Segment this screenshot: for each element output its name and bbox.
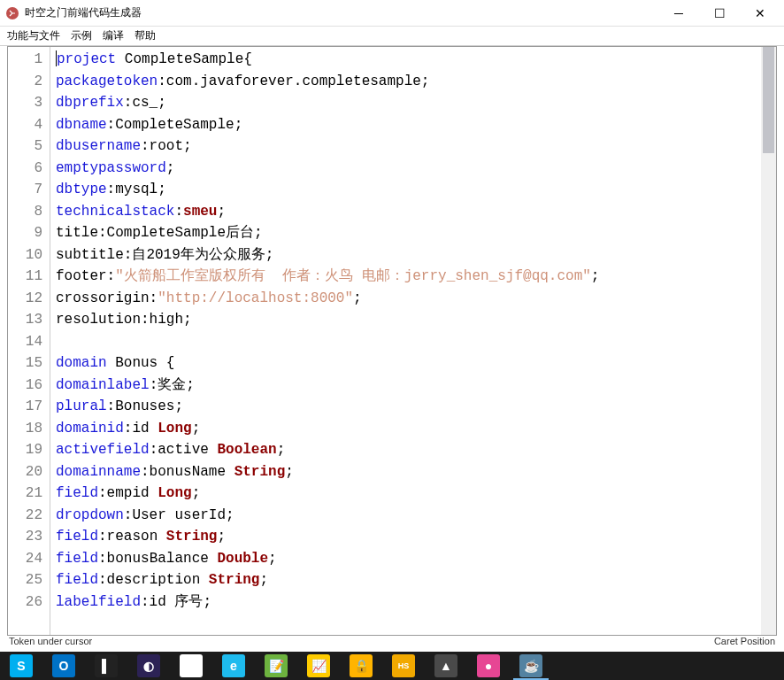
photo-icon: ▲ bbox=[434, 654, 457, 677]
code-token: String bbox=[166, 529, 218, 545]
menu-sample[interactable]: 示例 bbox=[65, 27, 97, 45]
code-token: :CompleteSample; bbox=[107, 117, 243, 133]
code-token: :com.javaforever.completesample; bbox=[158, 73, 429, 89]
code-token: field bbox=[56, 529, 98, 545]
code-token: ; bbox=[353, 290, 362, 306]
code-area[interactable]: project CompleteSample{packagetoken:com.… bbox=[50, 47, 761, 635]
code-line[interactable]: labelfield:id 序号; bbox=[56, 591, 756, 614]
code-line[interactable]: plural:Bonuses; bbox=[56, 396, 756, 418]
code-token: "火箭船工作室版权所有 作者：火鸟 电邮：jerry_shen_sjf@qq.c… bbox=[115, 268, 591, 284]
code-line[interactable]: field:description String; bbox=[56, 569, 756, 591]
code-line[interactable]: subtitle:自2019年为公众服务; bbox=[56, 244, 756, 267]
code-token: String bbox=[234, 464, 286, 480]
code-line[interactable]: emptypassword; bbox=[56, 158, 756, 180]
chart-icon: 📈 bbox=[307, 654, 330, 677]
code-editor[interactable]: 1234567891011121314151617181920212223242… bbox=[7, 46, 777, 636]
code-token: field bbox=[56, 551, 98, 567]
code-token: project bbox=[57, 51, 116, 67]
menu-file[interactable]: 功能与文件 bbox=[2, 27, 65, 45]
code-line[interactable] bbox=[56, 331, 756, 353]
vertical-scrollbar[interactable] bbox=[761, 47, 776, 635]
line-number: 20 bbox=[8, 461, 50, 483]
line-number: 17 bbox=[8, 396, 50, 418]
code-token: :bonusName bbox=[141, 464, 234, 480]
code-line[interactable]: domainlabel:奖金; bbox=[56, 375, 756, 397]
taskbar-outlook-icon[interactable]: O bbox=[42, 652, 85, 680]
code-token: ; bbox=[277, 442, 286, 458]
window-title: 时空之门前端代码生成器 bbox=[25, 5, 658, 20]
line-number: 2 bbox=[8, 71, 50, 93]
code-token: smeu bbox=[183, 204, 217, 220]
menu-help[interactable]: 帮助 bbox=[129, 27, 161, 45]
taskbar-terminal-icon[interactable]: ▌ bbox=[85, 652, 127, 680]
code-token: : bbox=[174, 204, 183, 220]
code-line[interactable]: dbusername:root; bbox=[56, 135, 756, 158]
code-line[interactable]: domainname:bonusName String; bbox=[56, 461, 756, 483]
line-number: 3 bbox=[8, 92, 50, 114]
code-line[interactable]: project CompleteSample{ bbox=[56, 49, 756, 71]
taskbar-photo-icon[interactable]: ▲ bbox=[425, 652, 467, 680]
code-line[interactable]: dbprefix:cs_; bbox=[56, 92, 756, 114]
taskbar-paint-icon[interactable]: ● bbox=[467, 652, 510, 680]
taskbar-eclipse-icon[interactable]: ◐ bbox=[127, 652, 170, 680]
code-token: resolution:high; bbox=[56, 312, 192, 328]
code-line[interactable]: domain Bonus { bbox=[56, 352, 756, 375]
code-token: title:CompleteSample后台; bbox=[56, 225, 263, 241]
maximize-button[interactable]: ☐ bbox=[699, 0, 740, 27]
line-number: 23 bbox=[8, 526, 50, 548]
taskbar-mail-icon[interactable]: ✉ bbox=[170, 652, 212, 680]
line-number: 8 bbox=[8, 201, 50, 223]
code-token: field bbox=[56, 485, 98, 501]
code-token: ; bbox=[591, 268, 600, 284]
line-number: 16 bbox=[8, 375, 50, 397]
code-line[interactable]: activefield:active Boolean; bbox=[56, 439, 756, 461]
code-token: technicalstack bbox=[56, 204, 174, 220]
code-token: :description bbox=[98, 572, 209, 588]
taskbar-notepad-icon[interactable]: 📝 bbox=[255, 652, 297, 680]
menubar: 功能与文件 示例 编译 帮助 bbox=[0, 27, 784, 46]
code-line[interactable]: resolution:high; bbox=[56, 309, 756, 331]
code-line[interactable]: footer:"火箭船工作室版权所有 作者：火鸟 电邮：jerry_shen_s… bbox=[56, 266, 756, 288]
code-line[interactable]: field:reason String; bbox=[56, 526, 756, 548]
taskbar-skype-icon[interactable]: S bbox=[0, 652, 42, 680]
taskbar-hs-icon[interactable]: HS bbox=[382, 652, 425, 680]
code-line[interactable]: technicalstack:smeu; bbox=[56, 201, 756, 223]
code-token: :id 序号; bbox=[141, 594, 211, 610]
code-token: :奖金; bbox=[150, 377, 195, 393]
code-line[interactable]: dbname:CompleteSample; bbox=[56, 114, 756, 136]
code-token: emptypassword bbox=[56, 160, 166, 176]
code-token: :cs_; bbox=[124, 95, 166, 111]
taskbar-chart-icon[interactable]: 📈 bbox=[297, 652, 340, 680]
code-token: dbprefix bbox=[56, 95, 124, 111]
taskbar-java-icon[interactable]: ☕ bbox=[510, 652, 552, 680]
hs-icon: HS bbox=[392, 654, 415, 677]
code-token: :active bbox=[150, 442, 218, 458]
line-number: 10 bbox=[8, 244, 50, 267]
scroll-thumb[interactable] bbox=[763, 47, 774, 153]
code-line[interactable]: packagetoken:com.javaforever.completesam… bbox=[56, 71, 756, 93]
code-line[interactable]: crossorigin:"http://localhost:8000"; bbox=[56, 288, 756, 310]
taskbar-ie-icon[interactable]: e bbox=[212, 652, 255, 680]
lock-icon: 🔒 bbox=[350, 654, 373, 677]
code-token: CompleteSample{ bbox=[116, 51, 252, 67]
menu-compile[interactable]: 编译 bbox=[97, 27, 129, 45]
line-number: 22 bbox=[8, 505, 50, 527]
code-token: footer: bbox=[56, 268, 115, 284]
code-line[interactable]: domainid:id Long; bbox=[56, 418, 756, 440]
code-line[interactable]: field:bonusBalance Double; bbox=[56, 548, 756, 570]
code-token: :reason bbox=[98, 529, 166, 545]
code-token: dbtype bbox=[56, 182, 107, 197]
code-token: domain bbox=[56, 355, 107, 371]
close-button[interactable]: ✕ bbox=[740, 0, 780, 27]
code-token: ; bbox=[217, 529, 226, 545]
code-token: String bbox=[209, 572, 260, 588]
code-line[interactable]: field:empid Long; bbox=[56, 483, 756, 505]
code-token: domainid bbox=[56, 421, 124, 437]
minimize-button[interactable]: ─ bbox=[658, 0, 699, 27]
taskbar-lock-icon[interactable]: 🔒 bbox=[340, 652, 382, 680]
code-line[interactable]: title:CompleteSample后台; bbox=[56, 222, 756, 244]
code-line[interactable]: dbtype:mysql; bbox=[56, 179, 756, 201]
line-number: 6 bbox=[8, 158, 50, 180]
code-line[interactable]: dropdown:User userId; bbox=[56, 505, 756, 527]
code-token: ; bbox=[192, 485, 201, 501]
